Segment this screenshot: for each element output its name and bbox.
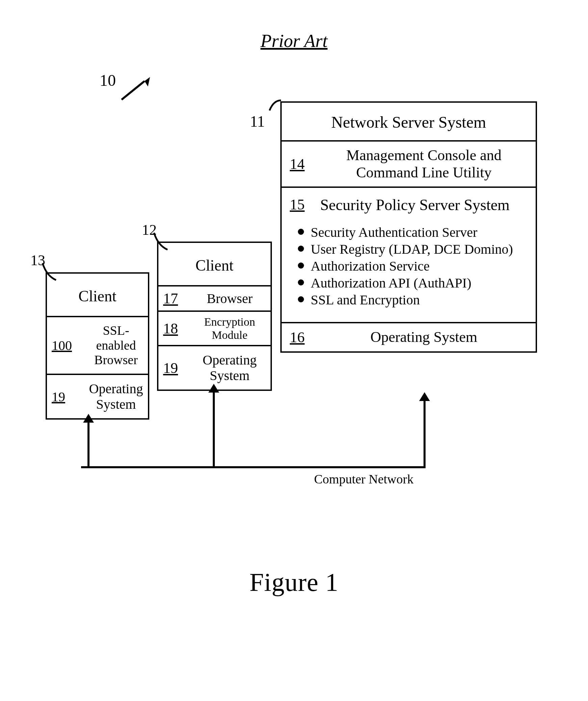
- label-mgmt: Management Console and Command Line Util…: [320, 147, 528, 181]
- server-security-block: 15 Security Policy Server System Securit…: [282, 188, 536, 323]
- connector-client12: [213, 392, 215, 467]
- server-row-os: 16 Operating System: [282, 323, 536, 351]
- arrowhead-up-icon: [83, 414, 94, 423]
- client13-title: Client: [47, 274, 148, 317]
- bullet-item: User Registry (LDAP, DCE Domino): [297, 241, 528, 258]
- server-row-mgmt: 14 Management Console and Command Line U…: [282, 142, 536, 188]
- ref-100: 100: [52, 337, 79, 353]
- arrowhead-up-icon: [419, 392, 430, 401]
- ref-main-number: 10: [100, 71, 116, 90]
- client13-block: Client 100 SSL-enabled Browser 19 Operat…: [46, 272, 149, 420]
- network-bus-line: [81, 466, 426, 468]
- bullet-item: SSL and Encryption: [297, 292, 528, 308]
- server-block: Network Server System 14 Management Cons…: [280, 101, 537, 353]
- ref-server-callout: 11: [250, 112, 265, 130]
- ref-19b: 19: [52, 389, 79, 405]
- arrowhead-up-icon: [208, 384, 219, 393]
- client12-title: Client: [158, 243, 271, 286]
- title-prior-art: Prior Art: [260, 30, 328, 51]
- client13-row-os: 19 Operating System: [47, 375, 148, 418]
- ref-19: 19: [163, 359, 183, 377]
- ref-18: 18: [163, 320, 183, 337]
- bullet-item: Authorization API (AuthAPI): [297, 275, 528, 292]
- figure-label: Figure 1: [250, 568, 338, 597]
- client12-row-os: 19 Operating System: [158, 346, 271, 390]
- server-title: Network Server System: [282, 103, 536, 142]
- svg-marker-1: [145, 77, 150, 86]
- ref-15: 15: [290, 196, 310, 213]
- label-client13-os: Operating System: [89, 381, 143, 412]
- connector-client13: [87, 422, 90, 467]
- label-enc-module: Encryption Module: [194, 315, 266, 342]
- label-server-os: Operating System: [320, 329, 528, 346]
- client12-block: Client 17 Browser 18 Encryption Module 1…: [157, 242, 272, 391]
- svg-line-0: [122, 81, 145, 100]
- callout-11: 11: [250, 99, 284, 124]
- bullet-item: Security Authentication Server: [297, 224, 528, 241]
- connector-server: [424, 400, 426, 467]
- label-browser: Browser: [194, 291, 266, 306]
- diagram-page: Prior Art 10 11 Network Server System 14…: [0, 0, 588, 701]
- ref-14: 14: [290, 155, 310, 173]
- client13-row-ssl: 100 SSL-enabled Browser: [47, 317, 148, 375]
- ref-16: 16: [290, 329, 310, 346]
- client12-row-enc: 18 Encryption Module: [158, 312, 271, 346]
- arrow-icon: [118, 71, 159, 108]
- security-bullets: Security Authentication Server User Regi…: [297, 224, 528, 308]
- bullet-item: Authorization Service: [297, 258, 528, 275]
- label-ssl-browser: SSL-enabled Browser: [89, 323, 143, 368]
- bus-label: Computer Network: [314, 472, 413, 486]
- ref-17: 17: [163, 290, 183, 307]
- security-title: Security Policy Server System: [320, 196, 528, 214]
- label-client12-os: Operating System: [194, 352, 266, 383]
- client12-row-browser: 17 Browser: [158, 286, 271, 312]
